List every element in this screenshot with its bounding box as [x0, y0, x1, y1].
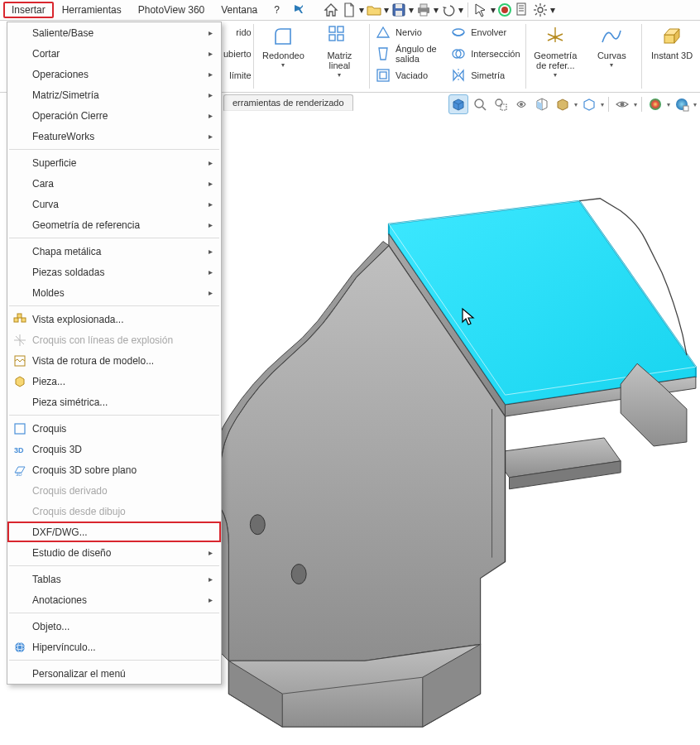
save-icon[interactable]: [391, 2, 407, 18]
new-icon[interactable]: [341, 2, 357, 18]
ribbon-vaciado[interactable]: Vaciado: [372, 65, 440, 85]
dd-icon[interactable]: ▾: [384, 4, 389, 16]
quick-toolbar: ▾ ▾ ▾ ▾ ▾ ▾ ▾: [323, 2, 555, 18]
ribbon-geometria-referencia[interactable]: Geometría de refer...▾: [532, 24, 578, 70]
ribbon-curvas[interactable]: Curvas▾: [588, 24, 635, 70]
menu-vista-rotura[interactable]: Vista de rotura de modelo...: [7, 350, 221, 371]
pin-icon[interactable]: [293, 3, 304, 17]
select-icon[interactable]: [472, 2, 489, 18]
dd-icon[interactable]: ▾: [601, 101, 604, 108]
menu-dxf-dwg[interactable]: DXF/DWG...: [7, 522, 221, 542]
menu-croquis-3d[interactable]: 3DCroquis 3D: [7, 439, 221, 459]
svg-point-6: [501, 7, 508, 13]
ribbon-text[interactable]: ubierto: [223, 44, 252, 64]
dd-icon[interactable]: ▾: [434, 4, 439, 16]
svg-rect-35: [664, 35, 674, 43]
menu-ventana[interactable]: Ventana: [213, 2, 266, 18]
ribbon-simetria[interactable]: Simetría: [447, 65, 523, 85]
menu-cortar[interactable]: Cortar▸: [7, 43, 221, 64]
menu-croquis-3d-plano[interactable]: 3DCroquis 3D sobre plano: [7, 459, 221, 480]
open-icon[interactable]: [366, 2, 382, 18]
sketch3d-plane-icon: 3D: [12, 463, 27, 478]
dd-icon[interactable]: ▾: [458, 4, 463, 16]
svg-rect-47: [17, 314, 22, 318]
view-cube-icon[interactable]: [448, 94, 468, 114]
menu-croquis-explosion: Croquis con líneas de explosión: [7, 329, 221, 350]
ribbon-redondeo[interactable]: Redondeo▾: [260, 24, 306, 70]
svg-rect-4: [420, 4, 427, 8]
ribbon-instant3d[interactable]: Instant 3D: [649, 24, 695, 70]
menu-moldes[interactable]: Moldes▸: [7, 282, 221, 303]
svg-rect-22: [338, 26, 343, 32]
menu-matriz-simetria[interactable]: Matriz/Simetría▸: [7, 84, 221, 105]
svg-rect-51: [15, 356, 25, 366]
menu-anotaciones[interactable]: Anotaciones▸: [7, 589, 221, 610]
ribbon-text[interactable]: rido: [236, 22, 251, 42]
menu-cara[interactable]: Cara▸: [7, 173, 221, 194]
menu-herramientas[interactable]: Herramientas: [54, 2, 130, 18]
ribbon-interseccion[interactable]: Intersección: [447, 44, 523, 64]
edit-appearance-icon[interactable]: [646, 95, 664, 113]
svg-line-19: [535, 13, 537, 15]
menu-hipervinculo[interactable]: Hipervínculo...: [7, 637, 221, 657]
dd-icon[interactable]: ▾: [409, 4, 414, 16]
menu-saliente-base[interactable]: Saliente/Base▸: [7, 22, 221, 43]
menubar: Insertar Herramientas PhotoView 360 Vent…: [0, 0, 700, 21]
break-view-icon: [12, 353, 27, 368]
menu-tablas[interactable]: Tablas▸: [7, 569, 221, 589]
menu-pieza[interactable]: Pieza...: [7, 371, 221, 392]
apply-scene-icon[interactable]: [673, 95, 691, 113]
hide-show-icon[interactable]: [613, 95, 631, 113]
menu-insertar[interactable]: Insertar: [3, 2, 54, 18]
menu-featureworks[interactable]: FeatureWorks▸: [7, 126, 221, 147]
display-style-icon[interactable]: [580, 95, 598, 113]
dd-icon[interactable]: ▾: [359, 4, 364, 16]
menu-croquis[interactable]: Croquis: [7, 418, 221, 439]
menu-piezas-soldadas[interactable]: Piezas soldadas▸: [7, 262, 221, 282]
menu-vista-explosionada[interactable]: Vista explosionada...: [7, 309, 221, 329]
dd-icon[interactable]: ▾: [667, 101, 670, 108]
dd-icon[interactable]: ▾: [574, 101, 578, 108]
menu-estudio-diseno[interactable]: Estudio de diseño▸: [7, 542, 221, 563]
print-icon[interactable]: [415, 2, 432, 18]
zoom-area-icon[interactable]: [491, 95, 510, 113]
ribbon-text[interactable]: límite: [229, 65, 251, 85]
svg-line-37: [482, 107, 486, 110]
menu-pieza-simetrica[interactable]: Pieza simétrica...: [7, 392, 221, 412]
menu-photoview360[interactable]: PhotoView 360: [130, 2, 213, 18]
view-orient-icon[interactable]: [554, 95, 572, 113]
menu-superficie[interactable]: Superficie▸: [7, 152, 221, 173]
ribbon-nervio[interactable]: Nervio: [372, 22, 440, 42]
menu-operacion-cierre[interactable]: Operación Cierre▸: [7, 105, 221, 126]
menu-personalizar[interactable]: Personalizar el menú: [7, 663, 221, 684]
rebuild-icon[interactable]: [497, 2, 512, 17]
svg-rect-24: [338, 35, 343, 41]
menu-objeto[interactable]: Objeto...: [7, 616, 221, 637]
section-view-icon[interactable]: [533, 95, 551, 113]
dd-icon[interactable]: ▾: [550, 4, 555, 16]
zoom-fit-icon[interactable]: [471, 95, 489, 113]
menu-help[interactable]: ?: [266, 2, 288, 18]
menu-geometria-referencia[interactable]: Geometría de referencia▸: [7, 214, 221, 235]
menu-curva[interactable]: Curva▸: [7, 194, 221, 214]
ribbon-angulo-salida[interactable]: Ángulo de salida: [372, 44, 440, 64]
svg-rect-45: [14, 318, 18, 322]
ribbon-envolver[interactable]: Envolver: [447, 22, 523, 42]
insertar-dropdown: Saliente/Base▸ Cortar▸ Operaciones▸ Matr…: [7, 22, 222, 685]
sketch3d-icon: 3D: [12, 442, 27, 457]
ribbon-matriz-lineal[interactable]: Matriz lineal▾: [316, 24, 362, 70]
options-icon[interactable]: [532, 2, 549, 18]
svg-rect-8: [517, 3, 525, 15]
tab-render-tools[interactable]: erramientas de renderizado: [223, 94, 353, 111]
svg-point-41: [621, 103, 625, 107]
menu-operaciones[interactable]: Operaciones▸: [7, 64, 221, 84]
dd-icon[interactable]: ▾: [634, 101, 637, 108]
home-icon[interactable]: [323, 2, 339, 18]
dd-icon[interactable]: ▾: [693, 101, 697, 108]
menu-chapa-metalica[interactable]: Chapa metálica▸: [7, 241, 221, 262]
document-props-icon[interactable]: [514, 2, 530, 18]
undo-icon[interactable]: [440, 2, 457, 18]
svg-point-55: [15, 642, 25, 652]
prev-view-icon[interactable]: [512, 95, 530, 113]
dd-icon[interactable]: ▾: [491, 4, 496, 16]
